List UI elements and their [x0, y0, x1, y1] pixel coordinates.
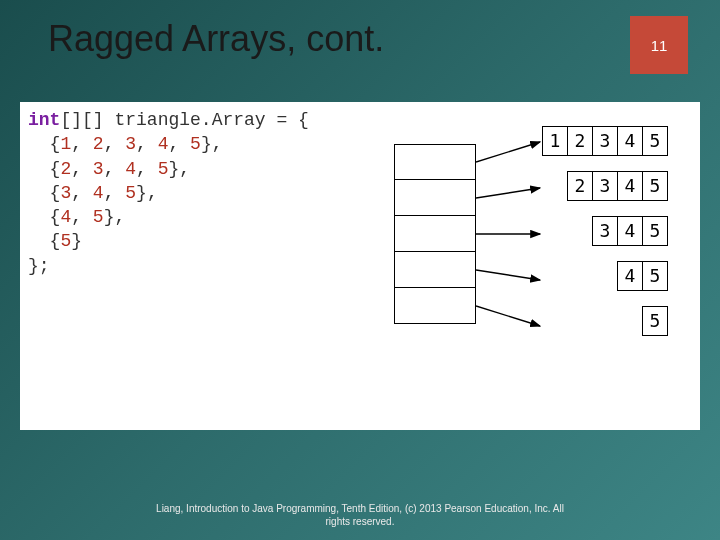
svg-line-4 [476, 306, 540, 326]
data-cell: 4 [617, 171, 643, 201]
page-number-badge: 11 [630, 16, 688, 74]
data-row: 5 [542, 306, 668, 336]
data-cell: 4 [617, 261, 643, 291]
code-block: int[][] triangle.Array = { {1, 2, 3, 4, … [28, 108, 309, 278]
data-cell: 4 [617, 216, 643, 246]
data-cell: 1 [542, 126, 568, 156]
ref-cell [394, 216, 476, 252]
data-cell: 5 [642, 126, 668, 156]
ref-cell [394, 252, 476, 288]
ref-cell [394, 288, 476, 324]
data-cell: 3 [592, 216, 618, 246]
content-area: int[][] triangle.Array = { {1, 2, 3, 4, … [20, 102, 700, 430]
data-cell: 5 [642, 171, 668, 201]
data-rows: 123452345345455 [542, 126, 668, 351]
data-cell: 3 [592, 171, 618, 201]
data-row: 2345 [542, 171, 668, 201]
ref-cell [394, 144, 476, 180]
reference-array [394, 144, 476, 324]
data-cell: 4 [617, 126, 643, 156]
footer-citation: Liang, Introduction to Java Programming,… [0, 502, 720, 528]
data-cell: 3 [592, 126, 618, 156]
data-row: 45 [542, 261, 668, 291]
ref-cell [394, 180, 476, 216]
data-cell: 5 [642, 306, 668, 336]
svg-line-0 [476, 142, 540, 162]
data-cell: 5 [642, 261, 668, 291]
data-row: 345 [542, 216, 668, 246]
svg-line-1 [476, 188, 540, 198]
data-cell: 5 [642, 216, 668, 246]
data-row: 12345 [542, 126, 668, 156]
slide-title: Ragged Arrays, cont. [48, 18, 630, 60]
svg-line-3 [476, 270, 540, 280]
data-cell: 2 [567, 171, 593, 201]
data-cell: 2 [567, 126, 593, 156]
